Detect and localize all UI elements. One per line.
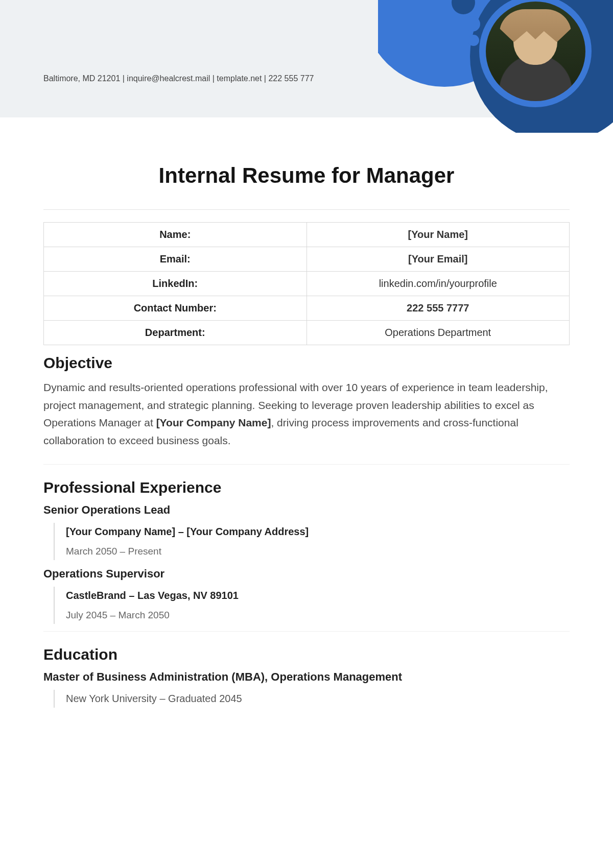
- page-title: Internal Resume for Manager: [43, 163, 570, 188]
- objective-heading: Objective: [43, 354, 570, 372]
- avatar: [486, 2, 585, 101]
- info-label: Name:: [44, 223, 307, 247]
- contact-line: Baltimore, MD 21201 | inquire@healcrest.…: [43, 74, 314, 83]
- avatar-ring: [479, 0, 592, 107]
- objective-bold: [Your Company Name]: [156, 417, 271, 428]
- divider: [43, 631, 570, 632]
- job-block: [Your Company Name] – [Your Company Addr…: [54, 523, 570, 560]
- info-value: linkedin.com/in/yourprofile: [306, 272, 570, 296]
- header-graphic: [378, 0, 613, 133]
- education-heading: Education: [43, 646, 570, 663]
- job-dates: March 2050 – Present: [66, 546, 570, 557]
- job-company: CastleBrand – Las Vegas, NV 89101: [66, 590, 570, 601]
- decor-dot-small: [468, 35, 479, 46]
- info-label: Email:: [44, 247, 307, 272]
- info-value: Operations Department: [306, 321, 570, 345]
- decor-dot-medium: [465, 16, 480, 32]
- info-value: 222 555 7777: [306, 296, 570, 321]
- info-label: Contact Number:: [44, 296, 307, 321]
- education-block: New York University – Graduated 2045: [54, 690, 570, 708]
- info-row: LinkedIn:linkedin.com/in/yourprofile: [44, 272, 570, 296]
- education-school: New York University – Graduated 2045: [66, 693, 570, 705]
- info-label: LinkedIn:: [44, 272, 307, 296]
- header-band: Baltimore, MD 21201 | inquire@healcrest.…: [0, 0, 613, 117]
- experience-heading: Professional Experience: [43, 479, 570, 496]
- info-row: Department:Operations Department: [44, 321, 570, 345]
- job-company: [Your Company Name] – [Your Company Addr…: [66, 526, 570, 538]
- page-body: Internal Resume for Manager Name:[Your N…: [0, 117, 613, 735]
- divider: [43, 464, 570, 465]
- objective-text: Dynamic and results-oriented operations …: [43, 379, 570, 450]
- info-table: Name:[Your Name]Email:[Your Email]Linked…: [43, 222, 570, 345]
- info-row: Email:[Your Email]: [44, 247, 570, 272]
- job-block: CastleBrand – Las Vegas, NV 89101July 20…: [54, 587, 570, 624]
- info-row: Contact Number:222 555 7777: [44, 296, 570, 321]
- divider: [43, 209, 570, 210]
- job-title: Operations Supervisor: [43, 567, 570, 581]
- education-degree: Master of Business Administration (MBA),…: [43, 670, 570, 684]
- job-dates: July 2045 – March 2050: [66, 610, 570, 621]
- info-row: Name:[Your Name]: [44, 223, 570, 247]
- job-title: Senior Operations Lead: [43, 503, 570, 517]
- info-value: [Your Email]: [306, 247, 570, 272]
- info-label: Department:: [44, 321, 307, 345]
- info-value: [Your Name]: [306, 223, 570, 247]
